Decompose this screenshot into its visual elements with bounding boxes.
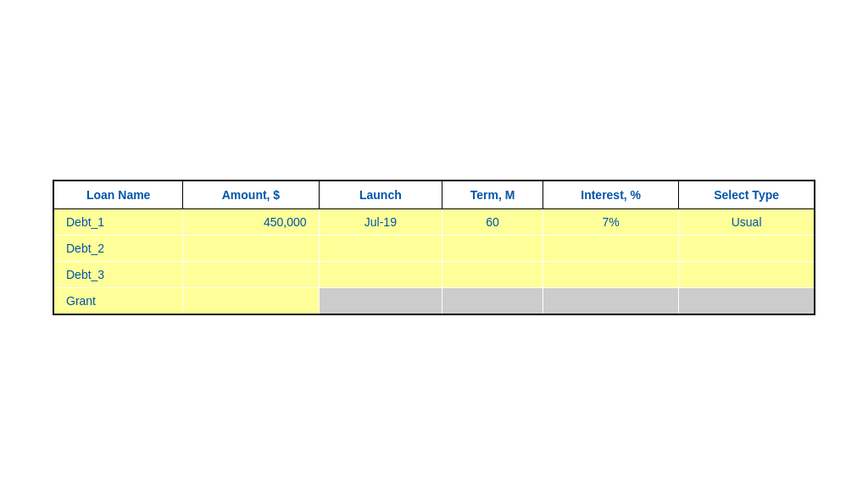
cell-interest [543,235,679,261]
cell-launch [319,235,442,261]
cell-term [442,287,543,314]
cell-loan_name[interactable]: Debt_2 [53,235,183,261]
col-header-select_type: Select Type [679,181,815,209]
table-row: Debt_1450,000Jul-19607%Usual [53,208,815,235]
debt-table: Loan NameAmount, $LaunchTerm, MInterest,… [53,180,815,315]
col-header-term: Term, M [442,181,543,209]
col-header-launch: Launch [319,181,442,209]
cell-loan_name[interactable]: Debt_3 [53,261,183,287]
table-row: Grant [53,287,815,314]
cell-amount[interactable]: 450,000 [183,208,319,235]
header-row: Loan NameAmount, $LaunchTerm, MInterest,… [53,181,815,209]
table-row: Debt_2 [53,235,815,261]
col-header-loan_name: Loan Name [53,181,183,209]
cell-launch [319,261,442,287]
col-header-amount: Amount, $ [183,181,319,209]
cell-interest [543,261,679,287]
page-wrapper: Loan NameAmount, $LaunchTerm, MInterest,… [53,175,815,315]
cell-amount [183,261,319,287]
cell-amount [183,287,319,314]
cell-select_type [679,235,815,261]
cell-loan_name[interactable]: Debt_1 [53,208,183,235]
cell-interest [543,287,679,314]
cell-launch [319,287,442,314]
cell-interest[interactable]: 7% [543,208,679,235]
cell-select_type [679,287,815,314]
table-row: Debt_3 [53,261,815,287]
cell-term [442,261,543,287]
cell-amount [183,235,319,261]
table-body: Debt_1450,000Jul-19607%UsualDebt_2Debt_3… [53,208,815,314]
cell-term[interactable]: 60 [442,208,543,235]
cell-select_type[interactable]: Usual [679,208,815,235]
cell-term [442,235,543,261]
cell-select_type [679,261,815,287]
col-header-interest: Interest, % [543,181,679,209]
cell-launch[interactable]: Jul-19 [319,208,442,235]
cell-loan_name[interactable]: Grant [53,287,183,314]
